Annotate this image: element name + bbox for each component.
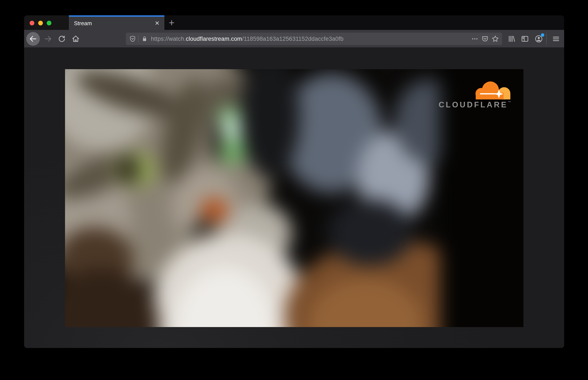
reload-button[interactable] [57, 34, 67, 43]
back-button[interactable] [26, 32, 40, 46]
page-content: CLOUDFLARE™ [24, 48, 564, 348]
tab-bar: Stream ✕ + [24, 15, 564, 30]
video-player[interactable]: CLOUDFLARE™ [65, 69, 523, 327]
cloudflare-trademark: ™ [508, 100, 511, 104]
cloudflare-wordmark: CLOUDFLARE™ [439, 100, 511, 109]
titlebar-traffic-zone [24, 15, 69, 30]
tracking-protection-shield-icon[interactable] [129, 35, 137, 42]
back-icon [29, 35, 37, 43]
pocket-button[interactable] [480, 34, 490, 44]
navigation-toolbar: https://watch.cloudflarestream.com/11859… [24, 30, 564, 48]
window-zoom-button[interactable] [47, 21, 51, 25]
pocket-icon [481, 35, 489, 43]
tab-close-icon[interactable]: ✕ [153, 19, 161, 28]
new-tab-button[interactable]: + [166, 17, 178, 28]
forward-button[interactable] [43, 34, 53, 43]
home-button[interactable] [71, 34, 80, 43]
url-path: /118598a163a125631152ddaccfe3a0fb [242, 36, 344, 42]
account-notification-dot [541, 33, 544, 37]
page-actions-icon [471, 35, 478, 42]
page-actions-button[interactable] [470, 34, 480, 44]
home-icon [71, 35, 80, 43]
url-text: https://watch.cloudflarestream.com/11859… [151, 36, 344, 42]
window-close-button[interactable] [30, 21, 34, 25]
forward-icon [44, 35, 52, 43]
browser-window: Stream ✕ + [24, 15, 564, 348]
url-bar[interactable]: https://watch.cloudflarestream.com/11859… [126, 33, 502, 45]
toolbar-divider [546, 33, 547, 44]
menu-button[interactable] [551, 34, 561, 43]
library-icon [507, 35, 516, 43]
menu-icon [552, 35, 560, 43]
tab-stream[interactable]: Stream ✕ [69, 15, 164, 30]
cloudflare-cloud-icon [466, 79, 514, 99]
cloudflare-logo: CLOUDFLARE™ [439, 79, 511, 109]
lock-icon[interactable] [141, 36, 148, 42]
tab-title: Stream [74, 20, 92, 27]
library-button[interactable] [507, 34, 516, 43]
cloudflare-name: CLOUDFLARE [439, 100, 508, 109]
sidebar-button[interactable] [520, 34, 530, 43]
url-host: cloudflarestream.com [186, 36, 242, 42]
url-scheme: https://watch. [151, 36, 186, 42]
urlbar-divider [138, 36, 138, 42]
reload-icon [58, 35, 66, 43]
bookmark-button[interactable] [490, 34, 500, 44]
bookmark-star-icon [491, 35, 499, 43]
window-minimize-button[interactable] [38, 21, 43, 25]
sidebar-icon [521, 35, 529, 43]
